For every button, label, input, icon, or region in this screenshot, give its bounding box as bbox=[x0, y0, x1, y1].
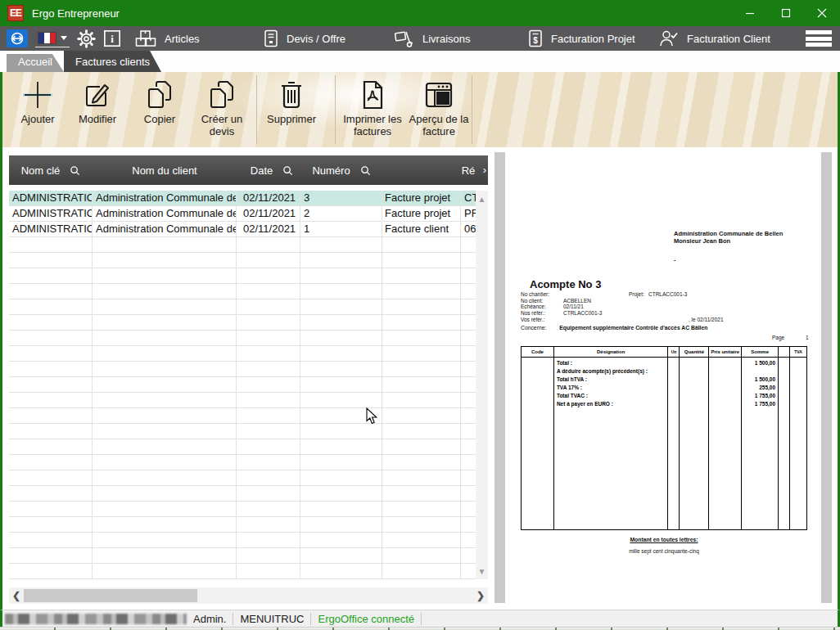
background-taskbar-sliver bbox=[0, 627, 840, 630]
menu-facturation-client[interactable]: Facturation Client bbox=[659, 26, 770, 51]
menu-articles-label: Articles bbox=[165, 33, 200, 45]
svg-text:i: i bbox=[111, 34, 114, 45]
apercu-de-la-facture-button[interactable]: Aperçu de la facture bbox=[408, 77, 470, 144]
mouse-cursor bbox=[366, 407, 377, 425]
column-search-icon bbox=[360, 165, 371, 176]
status-user: Admin. bbox=[187, 613, 233, 625]
toolbar: Ajouter Modifier Copier Créer un devis bbox=[0, 72, 840, 147]
status-menu: MENUITRUC bbox=[233, 613, 310, 625]
scroll-right-icon[interactable]: ❯ bbox=[473, 590, 488, 601]
imprimer-les-factures-button[interactable]: Imprimer les factures bbox=[341, 77, 404, 144]
crates-icon bbox=[135, 29, 156, 47]
grid-vertical-scrollbar[interactable]: ▲ ▼ bbox=[476, 191, 488, 579]
copier-button[interactable]: Copier bbox=[129, 77, 191, 144]
remote-support-button[interactable] bbox=[7, 29, 28, 47]
invoice-table-header: Code Désignation Un Quantité Prix unitai… bbox=[522, 347, 806, 358]
column-header-reference[interactable]: Ré bbox=[461, 155, 476, 185]
minimize-button[interactable] bbox=[732, 0, 768, 26]
trash-icon bbox=[278, 79, 305, 110]
scroll-up-icon[interactable]: ▲ bbox=[476, 192, 488, 205]
close-button[interactable] bbox=[804, 0, 840, 26]
document-icon bbox=[264, 29, 278, 47]
column-header-type[interactable] bbox=[382, 155, 461, 185]
amount-in-words-label: Montant en toutes lettres: bbox=[521, 537, 807, 542]
grid-empty-row bbox=[9, 548, 488, 564]
grid-empty-row bbox=[9, 346, 488, 362]
invoice-table-body: Total : A déduire acompte(s) précédent(s… bbox=[522, 358, 806, 529]
column-search-icon bbox=[70, 165, 80, 176]
tab-factures-clients[interactable]: Factures clients bbox=[64, 51, 161, 72]
header-scroll-right-icon[interactable]: › bbox=[483, 164, 486, 176]
table-row[interactable]: ADMINISTRATION Administration Communale … bbox=[9, 222, 488, 237]
invoice-doc-title: Acompte No 3 bbox=[530, 278, 601, 290]
language-selector[interactable] bbox=[35, 30, 70, 47]
scroll-down-icon[interactable]: ▼ bbox=[476, 565, 488, 578]
grid-horizontal-scrollbar[interactable]: ❮ ❯ bbox=[9, 587, 488, 604]
creer-un-devis-button[interactable]: Créer un devis bbox=[191, 77, 253, 144]
grid-empty-row bbox=[9, 237, 488, 253]
grid-empty-row bbox=[9, 424, 488, 439]
info-button[interactable]: i bbox=[103, 29, 121, 47]
supprimer-button[interactable]: Supprimer bbox=[260, 77, 323, 144]
window-title: Ergo Entrepreneur bbox=[32, 7, 120, 20]
invoice-concerne: Concerne: Equipement supplémentaire Cont… bbox=[521, 325, 707, 331]
tab-strip: Accueil Factures clients bbox=[0, 51, 840, 72]
grid-filler-rows bbox=[9, 237, 488, 579]
title-bar: EE Ergo Entrepreneur bbox=[0, 0, 840, 26]
main-content: Nom clé Nom du client Date Numéro Ré › A… bbox=[0, 147, 840, 610]
tab-accueil[interactable]: Accueil bbox=[7, 54, 64, 72]
column-header-numero[interactable]: Numéro bbox=[300, 155, 382, 185]
scrollbar-thumb[interactable] bbox=[24, 589, 197, 602]
invoice-page-indicator: Page 1 bbox=[772, 335, 809, 340]
column-header-nom-cle[interactable]: Nom clé bbox=[9, 155, 93, 185]
maximize-button[interactable] bbox=[768, 0, 804, 26]
menu-articles[interactable]: Articles bbox=[135, 26, 200, 51]
grid-empty-row bbox=[9, 470, 488, 486]
plus-icon bbox=[20, 79, 55, 111]
grid-empty-row bbox=[9, 502, 488, 517]
preview-window-icon bbox=[424, 82, 454, 108]
remote-support-icon bbox=[9, 32, 25, 45]
menu-devis-offre-label: Devis / Offre bbox=[287, 33, 345, 45]
settings-button[interactable] bbox=[77, 29, 96, 48]
column-header-nom-du-client[interactable]: Nom du client bbox=[93, 155, 237, 185]
grid-empty-row bbox=[9, 393, 488, 408]
person-check-icon bbox=[659, 29, 679, 47]
toolbar-separator bbox=[256, 75, 257, 144]
invoices-grid: Nom clé Nom du client Date Numéro Ré › A… bbox=[9, 155, 488, 579]
invoice-totals-labels: Total : A déduire acompte(s) précédent(s… bbox=[554, 358, 669, 529]
edit-pencil-icon bbox=[83, 80, 112, 110]
invoice-preview-panel: Administration Communale de Bellen Monsi… bbox=[494, 151, 836, 605]
invoice-dollar-icon: $ bbox=[528, 29, 543, 47]
column-header-date[interactable]: Date bbox=[237, 155, 300, 185]
hamburger-icon bbox=[806, 30, 832, 34]
menu-facturation-projet-label: Facturation Projet bbox=[551, 33, 635, 45]
ajouter-button[interactable]: Ajouter bbox=[7, 77, 69, 144]
main-menu-bar: i Articles Devis / Offre Livraison bbox=[0, 26, 840, 51]
menu-livraisons[interactable]: Livraisons bbox=[393, 26, 471, 51]
invoice-lines-table: Code Désignation Un Quantité Prix unitai… bbox=[521, 346, 807, 530]
app-logo-icon: EE bbox=[7, 5, 24, 21]
modifier-button[interactable]: Modifier bbox=[66, 77, 129, 144]
minimize-icon bbox=[745, 8, 755, 18]
status-connection: ErgoOffice connecté bbox=[311, 613, 421, 625]
grid-empty-row bbox=[9, 284, 488, 299]
handtruck-icon bbox=[393, 29, 414, 47]
gear-icon bbox=[77, 29, 96, 48]
preview-right-margin[interactable] bbox=[821, 152, 832, 603]
copy-document-icon bbox=[207, 79, 237, 110]
maximize-icon bbox=[781, 8, 791, 18]
status-bar: Admin. MENUITRUC ErgoOffice connecté bbox=[0, 610, 840, 627]
menu-facturation-projet[interactable]: $ Facturation Projet bbox=[528, 26, 635, 51]
grid-empty-row bbox=[9, 455, 488, 470]
menu-devis-offre[interactable]: Devis / Offre bbox=[264, 26, 345, 51]
grid-empty-row bbox=[9, 377, 488, 393]
invoice-recipient: Administration Communale de Bellen Monsi… bbox=[674, 230, 783, 263]
table-row[interactable]: ADMINISTRATION Administration Communale … bbox=[9, 191, 488, 206]
toolbar-separator bbox=[472, 75, 472, 144]
hamburger-menu-button[interactable] bbox=[806, 30, 832, 47]
grid-filter-gap bbox=[9, 185, 488, 191]
scroll-left-icon[interactable]: ❮ bbox=[9, 590, 24, 601]
grid-empty-row bbox=[9, 315, 488, 331]
table-row[interactable]: ADMINISTRATION Administration Communale … bbox=[9, 206, 488, 222]
